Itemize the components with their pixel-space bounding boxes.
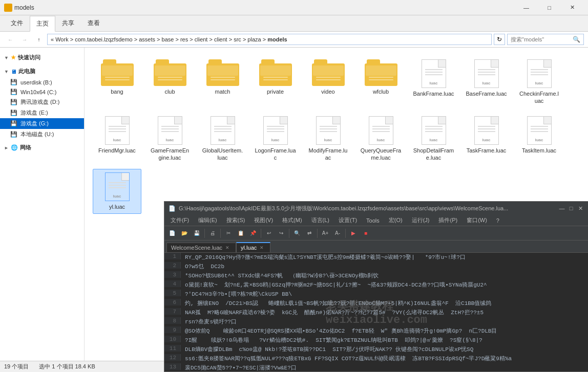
editor-print-btn[interactable]: 🖨 — [207, 228, 218, 239]
folder-wfclub[interactable]: wfclub — [356, 56, 405, 108]
editor-replace-btn[interactable]: ⇄ — [304, 228, 315, 239]
editor-maximize-btn[interactable]: □ — [567, 204, 575, 212]
file-modifyframe[interactable]: luac ModifyFrame.luac — [304, 113, 352, 165]
file-friendmgr[interactable]: luac FriendMgr.luac — [93, 113, 141, 165]
folder-video[interactable]: video — [304, 56, 352, 108]
forward-button[interactable]: → — [18, 34, 31, 45]
folder-club[interactable]: club — [145, 56, 194, 108]
address-path[interactable]: « Work > com.taobei.lzqzfsdemo > assets … — [47, 34, 492, 45]
file-friendmgr-label: FriendMgr.luac — [98, 147, 136, 154]
file-taskframe[interactable]: luac TaskFrame.luac — [462, 113, 511, 165]
selected-info: 选中 1 个项目 18.4 KB — [39, 363, 95, 370]
drive-icon: 💾 — [10, 79, 17, 85]
editor-open-btn[interactable]: 📂 — [179, 228, 190, 239]
drive-icon: 💾 — [10, 99, 17, 105]
maximize-button[interactable]: □ — [538, 0, 561, 15]
this-pc-header[interactable]: ▼ 🖥 此电脑 — [0, 65, 84, 77]
folder-icon-bang — [101, 59, 134, 86]
file-shopdetailframe[interactable]: luac ShopDetailFrame.luac — [409, 113, 458, 165]
ribbon-tab-file[interactable]: 文件 — [4, 15, 30, 31]
up-button[interactable]: ↑ — [33, 34, 45, 45]
folder-icon-private — [259, 59, 292, 86]
ribbon: 文件 主页 共享 查看 — [0, 15, 588, 32]
tab-yl-close[interactable]: ✕ — [260, 245, 264, 250]
menu-plugins[interactable]: 插件(P) — [434, 215, 461, 225]
editor-save-btn[interactable]: 💾 — [191, 228, 202, 239]
file-bankframe[interactable]: luac BankFrame.luac — [409, 56, 458, 108]
editor-paste-btn[interactable]: 📌 — [247, 228, 259, 239]
file-baseframe[interactable]: luac BaseFrame.luac — [462, 56, 511, 108]
editor-zoom-out-btn[interactable]: A- — [332, 228, 343, 239]
sidebar-item-tencent[interactable]: 💾 腾讯游戏盘 (D:) — [0, 97, 84, 107]
sidebar-item-win10[interactable]: 💾 Win10x64 (C:) — [0, 87, 84, 97]
quick-access-header[interactable]: ▼ ★ 快速访问 — [0, 52, 84, 63]
code-line: 3*SOHo?钗SUB6t^^ STXdc镶^4FS?帆 （幽聪?W冷B?\葠>… — [164, 271, 588, 280]
editor-close-btn[interactable]: ✕ — [576, 204, 584, 212]
editor-zoom-in-btn[interactable]: A+ — [320, 228, 331, 239]
file-yl-label: yl.luac — [109, 203, 125, 210]
code-line: 2O?w5乜 DC2b — [164, 262, 588, 271]
luac-icon-logonframe: luac — [263, 116, 288, 145]
file-taskitem[interactable]: luac TaskItem.luac — [515, 113, 563, 165]
folder-bang[interactable]: bang — [93, 56, 141, 108]
sidebar-item-userdisk[interactable]: 💾 userdisk (B:) — [0, 77, 84, 87]
menu-window[interactable]: 窗口(W) — [463, 215, 491, 225]
editor-search-btn[interactable]: 🔍 — [291, 228, 303, 239]
editor-undo-btn[interactable]: ↩ — [263, 228, 275, 239]
editor-minimize-btn[interactable]: — — [558, 204, 566, 212]
folder-icon-video — [312, 59, 345, 86]
editor-stop-btn[interactable]: ■ — [360, 228, 371, 239]
toolbar-sep-5 — [317, 229, 318, 238]
menu-search[interactable]: 搜索(S) — [222, 215, 249, 225]
editor-run-btn[interactable]: ▶ — [348, 228, 359, 239]
editor-content[interactable]: 老吴搭建教程weixiaolive.com 1RY_QP_2016Qq?Hy侍?… — [164, 253, 588, 371]
ribbon-tab-share[interactable]: 共享 — [55, 15, 81, 31]
sidebar-item-games-g[interactable]: 💾 游戏盘 (G:) — [0, 118, 84, 129]
back-button[interactable]: ← — [4, 34, 16, 45]
search-box[interactable]: 🔍 — [507, 34, 584, 45]
editor-redo-btn[interactable]: ↪ — [276, 228, 287, 239]
network-header[interactable]: ► 🌐 网络 — [0, 142, 84, 154]
menu-settings[interactable]: 设置(T) — [334, 215, 361, 225]
menu-format[interactable]: 格式(M) — [278, 215, 306, 225]
menu-language[interactable]: 语言(L) — [307, 215, 333, 225]
file-yl[interactable]: luac yl.luac — [93, 169, 141, 214]
editor-tab-welcomescene[interactable]: WelcomeScene.luac ✕ — [166, 243, 236, 252]
folder-private[interactable]: private — [251, 56, 300, 108]
sidebar: ▼ ★ 快速访问 ▼ 🖥 此电脑 💾 userdisk (B:) 💾 Win10… — [0, 48, 85, 361]
menu-macro[interactable]: 宏(O) — [385, 215, 407, 225]
search-icon: 🔍 — [573, 36, 580, 43]
close-button[interactable]: ✕ — [561, 0, 584, 15]
minimize-button[interactable]: — — [515, 0, 538, 15]
menu-edit[interactable]: 编辑(E) — [194, 215, 221, 225]
network-icon: 🌐 — [11, 144, 18, 151]
menu-file[interactable]: 文件(F) — [166, 215, 193, 225]
sidebar-item-local-u[interactable]: 💾 本地磁盘 (U:) — [0, 129, 84, 140]
ribbon-tab-home[interactable]: 主页 — [30, 16, 55, 32]
editor-cut-btn[interactable]: ✂ — [223, 228, 234, 239]
file-modifyframe-label: ModifyFrame.luac — [307, 147, 349, 162]
file-globaluseritem[interactable]: luac GlobalUserItem.luac — [198, 113, 247, 165]
tab-welcomescene-close[interactable]: ✕ — [225, 245, 229, 250]
file-globaluseritem-label: GlobalUserItem.luac — [202, 147, 243, 162]
ribbon-tab-view[interactable]: 查看 — [81, 15, 107, 31]
window-title: models — [14, 4, 34, 11]
search-input[interactable] — [511, 36, 573, 42]
menu-help[interactable]: ? — [492, 216, 503, 225]
menu-run[interactable]: 运行(J) — [408, 215, 434, 225]
drive-icon: 💾 — [10, 131, 17, 138]
refresh-button[interactable]: ↻ — [494, 34, 505, 45]
editor-copy-btn[interactable]: 📋 — [235, 228, 246, 239]
folder-match[interactable]: match — [198, 56, 247, 108]
menu-tools[interactable]: Tools — [362, 216, 384, 225]
menu-view[interactable]: 视图(V) — [250, 215, 277, 225]
file-queryqueueframe[interactable]: luac QueryQueueFrame.luac — [356, 113, 405, 165]
address-path-text: « Work > com.taobei.lzqzfsdemo > assets … — [51, 36, 287, 42]
file-logonframe[interactable]: luac LogonFrame.luac — [251, 113, 300, 165]
file-checkinframe[interactable]: luac CheckinFrame.luac — [515, 56, 563, 108]
editor-tab-yl[interactable]: yl.luac ✕ — [236, 242, 270, 252]
luac-icon-queryqueueframe: luac — [369, 116, 393, 145]
editor-new-btn[interactable]: 📄 — [166, 228, 178, 239]
file-gameframeengine[interactable]: luac GameFrameEngine.luac — [145, 113, 194, 165]
sidebar-item-games-e[interactable]: 💾 游戏盘 (E:) — [0, 107, 84, 118]
